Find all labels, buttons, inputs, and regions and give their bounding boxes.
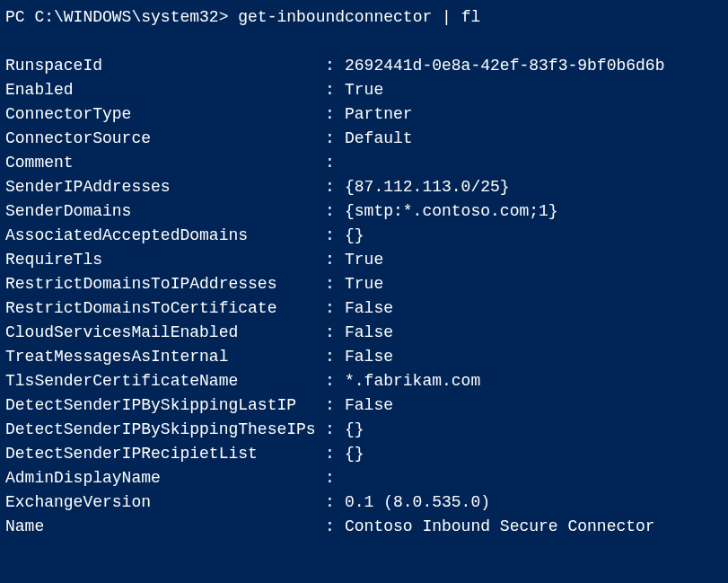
- property-name: RestrictDomainsToCertificate: [5, 296, 325, 321]
- output-row: DetectSenderIPBySkippingLastIP: False: [5, 393, 723, 418]
- separator: :: [325, 321, 345, 345]
- separator: :: [325, 490, 345, 515]
- property-name: DetectSenderIPBySkippingLastIP: [5, 393, 325, 418]
- property-value: Partner: [345, 102, 413, 127]
- output-row: SenderDomains: {smtp:*.contoso.com;1}: [5, 199, 723, 224]
- property-name: AdminDisplayName: [5, 466, 325, 490]
- property-value: False: [345, 345, 393, 369]
- output-row: RequireTls: True: [5, 248, 723, 272]
- property-value: *.fabrikam.com: [345, 369, 480, 393]
- separator: :: [325, 272, 345, 296]
- property-name: SenderIPAddresses: [5, 175, 325, 199]
- output-row: DetectSenderIPBySkippingTheseIPs: {}: [5, 418, 723, 442]
- property-value: False: [345, 296, 393, 321]
- output-row: ConnectorType: Partner: [5, 102, 723, 127]
- property-value: Default: [345, 127, 413, 151]
- separator: :: [325, 199, 345, 224]
- output-row: RestrictDomainsToCertificate: False: [5, 296, 723, 321]
- property-value: True: [345, 272, 383, 296]
- property-value: {}: [345, 442, 364, 466]
- output-row: Enabled: True: [5, 78, 723, 102]
- property-name: Enabled: [5, 78, 325, 102]
- property-value: 2692441d-0e8a-42ef-83f3-9bf0b6d6b: [345, 54, 664, 78]
- separator: :: [325, 418, 345, 442]
- property-value: True: [345, 78, 383, 102]
- powershell-terminal[interactable]: PC C:\WINDOWS\system32> get-inboundconne…: [0, 0, 728, 539]
- separator: :: [325, 127, 345, 151]
- property-name: ExchangeVersion: [5, 490, 325, 515]
- prompt-line: PC C:\WINDOWS\system32> get-inboundconne…: [5, 5, 723, 30]
- property-name: TlsSenderCertificateName: [5, 369, 325, 393]
- property-name: RequireTls: [5, 248, 325, 272]
- property-value: Contoso Inbound Secure Connector: [345, 515, 655, 539]
- separator: :: [325, 442, 345, 466]
- separator: :: [325, 466, 345, 490]
- property-value: {smtp:*.contoso.com;1}: [345, 199, 558, 224]
- property-value: {87.112.113.0/25}: [345, 175, 510, 199]
- separator: :: [325, 224, 345, 248]
- property-name: DetectSenderIPBySkippingTheseIPs: [5, 418, 325, 442]
- separator: :: [325, 296, 345, 321]
- output-row: RunspaceId: 2692441d-0e8a-42ef-83f3-9bf0…: [5, 54, 723, 78]
- output-list: RunspaceId: 2692441d-0e8a-42ef-83f3-9bf0…: [5, 54, 723, 539]
- separator: :: [325, 102, 345, 127]
- output-row: AssociatedAcceptedDomains: {}: [5, 224, 723, 248]
- property-name: ConnectorType: [5, 102, 325, 127]
- property-value: False: [345, 321, 393, 345]
- property-value: {}: [345, 418, 364, 442]
- separator: :: [325, 515, 345, 539]
- separator: :: [325, 78, 345, 102]
- separator: :: [325, 175, 345, 199]
- property-name: TreatMessagesAsInternal: [5, 345, 325, 369]
- property-name: AssociatedAcceptedDomains: [5, 224, 325, 248]
- property-name: Name: [5, 515, 325, 539]
- separator: :: [325, 54, 345, 78]
- output-row: DetectSenderIPRecipietList: {}: [5, 442, 723, 466]
- output-row: SenderIPAddresses: {87.112.113.0/25}: [5, 175, 723, 199]
- output-row: TlsSenderCertificateName: *.fabrikam.com: [5, 369, 723, 393]
- property-value: True: [345, 248, 383, 272]
- separator: :: [325, 248, 345, 272]
- output-row: ConnectorSource: Default: [5, 127, 723, 151]
- property-name: Comment: [5, 151, 325, 175]
- property-value: False: [345, 393, 393, 418]
- property-value: 0.1 (8.0.535.0): [345, 490, 490, 515]
- property-name: RestrictDomainsToIPAddresses: [5, 272, 325, 296]
- output-row: Name: Contoso Inbound Secure Connector: [5, 515, 723, 539]
- output-row: AdminDisplayName:: [5, 466, 723, 490]
- property-value: {}: [345, 224, 364, 248]
- output-row: TreatMessagesAsInternal: False: [5, 345, 723, 369]
- property-name: DetectSenderIPRecipietList: [5, 442, 325, 466]
- output-row: ExchangeVersion: 0.1 (8.0.535.0): [5, 490, 723, 515]
- separator: :: [325, 345, 345, 369]
- separator: :: [325, 393, 345, 418]
- separator: :: [325, 151, 345, 175]
- output-row: RestrictDomainsToIPAddresses: True: [5, 272, 723, 296]
- property-name: ConnectorSource: [5, 127, 325, 151]
- property-name: SenderDomains: [5, 199, 325, 224]
- property-name: RunspaceId: [5, 54, 325, 78]
- output-row: CloudServicesMailEnabled: False: [5, 321, 723, 345]
- property-name: CloudServicesMailEnabled: [5, 321, 325, 345]
- output-row: Comment:: [5, 151, 723, 175]
- separator: :: [325, 369, 345, 393]
